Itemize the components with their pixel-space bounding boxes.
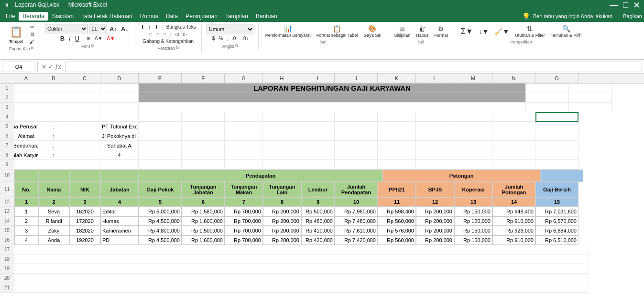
cell-tm-16[interactable]: Rp 700,000	[225, 235, 263, 245]
cell-gaji-15[interactable]: Rp 4,800,000	[139, 226, 182, 235]
jumlah-pendapatan-header[interactable]: Jumlah Pendapatan	[335, 182, 378, 197]
cell-o3[interactable]	[569, 103, 612, 112]
cell-reference-input[interactable]	[2, 62, 35, 72]
align-left-button[interactable]: ≡	[148, 31, 153, 37]
cell-k4[interactable]	[378, 112, 416, 122]
cell-a3[interactable]	[14, 103, 38, 112]
cell-no-16[interactable]: 4	[14, 235, 38, 245]
indent-decrease-button[interactable]: ◁	[174, 31, 180, 37]
fill-color-button[interactable]: A▼	[93, 35, 104, 42]
col-header-e[interactable]: E	[139, 74, 182, 83]
num-2[interactable]: 2	[38, 197, 69, 207]
cell-l7[interactable]	[416, 141, 454, 150]
cell-n4[interactable]	[492, 112, 535, 122]
menu-rumus[interactable]: Rumus	[136, 12, 162, 21]
cell-tl-15[interactable]: Rp 200,000	[263, 226, 301, 235]
num-4[interactable]: 4	[100, 197, 139, 207]
cell-jpt-15[interactable]: Rp 926,000	[492, 226, 535, 235]
align-middle-button[interactable]: ↕	[147, 24, 152, 30]
cell-e7[interactable]	[139, 141, 182, 150]
cell-m7[interactable]	[454, 141, 492, 150]
cell-d3[interactable]	[100, 103, 139, 112]
cell-d5-value[interactable]: PT Tutorial Excel	[100, 122, 139, 131]
close-icon[interactable]: ✕	[633, 0, 640, 11]
col-header-d[interactable]: D	[100, 74, 139, 83]
cell-tl-13[interactable]: Rp 200,000	[263, 207, 301, 216]
cell-a6-label[interactable]: Alamat	[14, 131, 38, 141]
format-button[interactable]: ⚙ Format	[432, 24, 450, 39]
col-header-b[interactable]: B	[38, 74, 69, 83]
pendapatan-header[interactable]: Pendapatan	[139, 169, 382, 182]
nama-header[interactable]: Nama	[38, 182, 69, 197]
num-5[interactable]: 5	[139, 197, 182, 207]
num-8[interactable]: 8	[263, 197, 301, 207]
menu-sisipkan[interactable]: Sisipkan	[48, 12, 77, 21]
cell-nama-14[interactable]: Rifandi	[38, 216, 69, 226]
no-header[interactable]: No.	[14, 182, 38, 197]
cell-tm-13[interactable]: Rp 700,000	[225, 207, 263, 216]
cell-jabatan-14[interactable]: Humas	[100, 216, 139, 226]
menu-peninjauan[interactable]: Peninjuauan	[182, 12, 221, 21]
cell-o2[interactable]	[569, 93, 612, 103]
num-6[interactable]: 6	[182, 197, 225, 207]
cell-g5[interactable]	[225, 122, 263, 131]
cell-jabatan-13[interactable]: Editor	[100, 207, 139, 216]
cell-d6-value[interactable]: Jl Pokoknya di Indonesia	[100, 131, 139, 141]
cell-tl-16[interactable]: Rp 200,000	[263, 235, 301, 245]
cell-o8[interactable]	[535, 150, 579, 160]
cell-n1[interactable]	[526, 84, 569, 93]
sort-filter-button[interactable]: ⇅ Urutkan & Filter	[513, 24, 547, 39]
italic-button[interactable]: I	[67, 34, 72, 42]
cell-lembur-14[interactable]: Rp 480,000	[301, 216, 335, 226]
cell-tj-15[interactable]: Rp 1,500,000	[182, 226, 225, 235]
num-1[interactable]: 1	[14, 197, 38, 207]
num-11[interactable]: 11	[378, 197, 416, 207]
pph21-header[interactable]: PPh21	[378, 182, 416, 197]
align-center-button[interactable]: ≡	[155, 31, 161, 37]
cell-i5[interactable]	[301, 122, 335, 131]
percent-button[interactable]: %	[217, 35, 224, 42]
cell-gb-14[interactable]: Rp 6,570,000	[535, 216, 579, 226]
col-header-i[interactable]: I	[301, 74, 335, 83]
cell-i7[interactable]	[301, 141, 335, 150]
cell-j5[interactable]	[335, 122, 378, 131]
gaji-bersih-header[interactable]: Gaji Bersih	[535, 182, 579, 197]
format-painter-button[interactable]: 🖌	[28, 39, 36, 45]
cell-no-13[interactable]: 1	[14, 207, 38, 216]
jumlah-potongan-header[interactable]: Jumlah Potongan	[492, 182, 535, 197]
cell-h8[interactable]	[263, 150, 301, 160]
cell-lembur-15[interactable]: Rp 410,000	[301, 226, 335, 235]
cell-gb-13[interactable]: Rp 7,031,600	[535, 207, 579, 216]
cell-nama-13[interactable]: Seva	[38, 207, 69, 216]
indent-increase-button[interactable]: ▷	[182, 31, 188, 37]
font-size-select[interactable]: 11	[89, 24, 107, 33]
cell-l6[interactable]	[416, 131, 454, 141]
cell-c6[interactable]	[69, 131, 100, 141]
cell-n5[interactable]	[492, 122, 535, 131]
nik-header[interactable]: NIK	[69, 182, 100, 197]
formula-input[interactable]	[65, 62, 642, 72]
num-12[interactable]: 12	[416, 197, 454, 207]
num-3[interactable]: 3	[69, 197, 100, 207]
cell-b4[interactable]	[38, 112, 69, 122]
format-table-button[interactable]: 📋 Format sebagai Tabel	[315, 24, 360, 39]
cell-i8[interactable]	[301, 150, 335, 160]
cell-o5[interactable]	[535, 122, 579, 131]
cell-gaji-16[interactable]: Rp 4,500,000	[139, 235, 182, 245]
num-9[interactable]: 9	[301, 197, 335, 207]
cell-k6[interactable]	[378, 131, 416, 141]
cell-e8[interactable]	[139, 150, 182, 160]
menu-tata-letak[interactable]: Tata Letak Halaman	[77, 12, 136, 21]
cell-jabatan-16[interactable]: PD	[100, 235, 139, 245]
cancel-formula-icon[interactable]: ✕	[42, 64, 46, 70]
cell-jabatan-header-r10[interactable]	[100, 169, 139, 182]
increase-decimal-button[interactable]: .0↑	[230, 35, 240, 42]
comma-button[interactable]: ,	[225, 35, 229, 42]
num-15[interactable]: 15	[535, 197, 579, 207]
cell-k5[interactable]	[378, 122, 416, 131]
cell-n7[interactable]	[492, 141, 535, 150]
cell-f7[interactable]	[182, 141, 225, 150]
cell-nik-14[interactable]: 172020	[69, 216, 100, 226]
cell-i6[interactable]	[301, 131, 335, 141]
cell-h5[interactable]	[263, 122, 301, 131]
